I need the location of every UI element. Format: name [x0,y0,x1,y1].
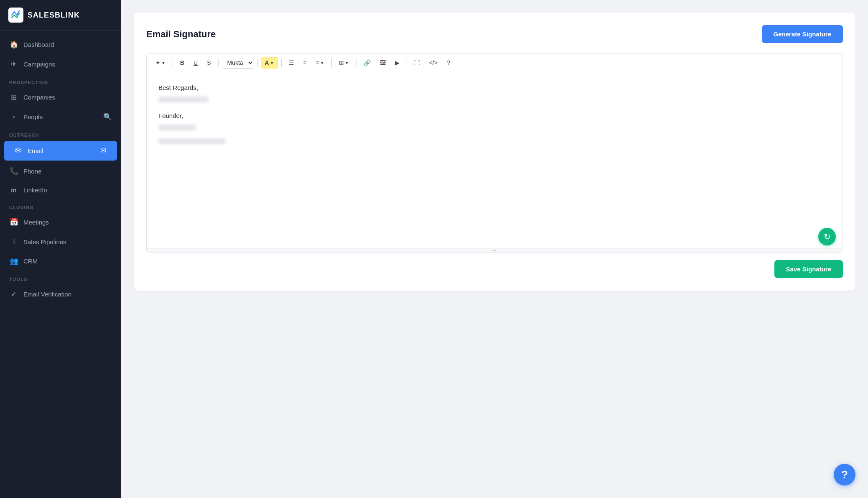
sidebar-item-sales-pipelines[interactable]: ⫴ Sales Pipelines [0,232,121,251]
editor-resize-bar[interactable]: ═ [147,248,843,252]
sidebar-item-campaigns[interactable]: ✈ Campaigns [0,54,121,74]
sidebar-item-meetings[interactable]: 📅 Meetings [0,212,121,232]
email-active-icon: ✉ [99,146,108,155]
phone-icon: 📞 [9,167,18,176]
editor-container: ✦ ▼ B U S Mukta A [146,53,843,253]
bold-icon: B [180,59,184,66]
sales-pipelines-label: Sales Pipelines [23,238,66,245]
phone-label: Phone [23,168,41,175]
toolbar-sep-7 [407,59,407,67]
signature-blurred-company [158,125,831,135]
signature-line-1: Best Regards, [158,82,831,93]
blurred-email-text [158,138,225,144]
bold-btn[interactable]: B [176,57,188,69]
editor-toolbar: ✦ ▼ B U S Mukta A [147,54,843,72]
table-icon: ⊞ [339,59,344,66]
image-btn[interactable]: 🖼 [376,57,389,69]
refresh-icon: ↻ [824,232,831,242]
ordered-list-btn[interactable]: ≡ [300,57,311,69]
app-name: SALESBLINK [28,11,80,20]
signature-blurred-name [158,97,831,107]
help-toolbar-icon: ? [447,59,450,66]
sidebar-item-linkedin[interactable]: in LinkedIn [0,181,121,199]
toolbar-sep-4 [281,59,282,67]
blurred-company-text [158,125,196,130]
home-icon: 🏠 [9,40,18,49]
help-icon: ? [841,468,848,481]
svg-rect-0 [8,8,23,23]
meetings-label: Meetings [23,219,49,226]
fullscreen-btn[interactable]: ⛶ [410,57,424,69]
sidebar-item-phone[interactable]: 📞 Phone [0,161,121,181]
underline-icon: U [193,59,198,66]
sidebar-item-companies[interactable]: ⊞ Companies [0,87,121,107]
align-btn[interactable]: ≡ ▼ [312,57,328,69]
email-label: Email [28,147,43,154]
table-btn[interactable]: ⊞ ▼ [335,57,353,69]
font-select[interactable]: Mukta [222,57,254,69]
campaigns-label: Campaigns [23,61,55,68]
crm-icon: 👥 [9,257,18,266]
signature-blurred-email [158,138,831,149]
underline-btn[interactable]: U [190,57,201,69]
sidebar-item-crm[interactable]: 👥 CRM [0,251,121,271]
sidebar-item-email-verification[interactable]: ✓ Email Verification [0,284,121,304]
pipelines-icon: ⫴ [9,238,18,246]
sidebar: SALESBLINK 🏠 Dashboard ✈ Campaigns PROSP… [0,0,121,498]
strikethrough-icon: S [207,59,211,66]
unordered-list-btn[interactable]: ☰ [285,57,298,69]
sidebar-item-people[interactable]: ▼ People 🔍 [0,107,121,127]
magic-dropdown-icon: ▼ [161,61,165,65]
refresh-button[interactable]: ↻ [818,228,836,245]
section-tools: TOOLS [0,271,121,284]
section-closing: CLOSING [0,199,121,212]
sidebar-item-dashboard[interactable]: 🏠 Dashboard [0,35,121,54]
resize-indicator: ═ [493,248,496,253]
toolbar-sep-6 [356,59,356,67]
generate-signature-button[interactable]: Generate Signature [762,25,843,43]
code-btn[interactable]: </> [425,57,441,69]
highlight-icon: A [265,59,269,66]
editor-content-wrapper: Best Regards, Founder, [147,72,843,252]
toolbar-sep-3 [257,59,258,67]
save-signature-button[interactable]: Save Signature [774,260,843,278]
link-btn[interactable]: 🔗 [360,57,374,69]
people-chevron: ▼ [9,114,18,120]
table-dropdown-icon: ▼ [345,61,349,65]
people-label: People [23,113,43,120]
email-signature-card: Email Signature Generate Signature ✦ ▼ B… [134,13,855,291]
strikethrough-btn[interactable]: S [203,57,214,69]
highlight-dropdown-icon: ▼ [270,61,274,65]
video-btn[interactable]: ▶ [391,57,403,69]
verification-icon: ✓ [9,290,18,299]
ordered-list-icon: ≡ [303,59,307,66]
sidebar-item-email[interactable]: ✉ Email ✉ [4,141,117,161]
people-search-icon: 🔍 [103,112,112,121]
fullscreen-icon: ⛶ [414,59,420,66]
email-verification-label: Email Verification [23,291,71,298]
link-icon: 🔗 [364,59,371,66]
image-icon: 🖼 [380,59,386,66]
video-icon: ▶ [395,59,400,66]
toolbar-sep-5 [331,59,332,67]
magic-icon: ✦ [155,59,160,66]
section-prospecting: PROSPECTING [0,74,121,87]
help-toolbar-btn[interactable]: ? [443,57,454,69]
toolbar-sep-2 [218,59,219,67]
companies-icon: ⊞ [9,93,18,102]
highlight-btn[interactable]: A ▼ [261,57,278,69]
align-icon: ≡ [316,59,319,66]
sidebar-nav: 🏠 Dashboard ✈ Campaigns PROSPECTING ⊞ Co… [0,31,121,498]
code-icon: </> [429,59,438,66]
magic-toolbar-btn[interactable]: ✦ ▼ [152,57,169,69]
help-button[interactable]: ? [834,464,855,485]
email-icon: ✉ [13,146,23,155]
linkedin-label: LinkedIn [23,186,47,194]
editor-body[interactable]: Best Regards, Founder, [147,72,843,248]
toolbar-sep-1 [173,59,173,67]
logo-area: SALESBLINK [0,0,121,31]
campaigns-icon: ✈ [9,60,18,69]
page-header: Email Signature Generate Signature [146,25,843,43]
dashboard-label: Dashboard [23,41,54,48]
signature-line-3: Founder, [158,110,831,121]
